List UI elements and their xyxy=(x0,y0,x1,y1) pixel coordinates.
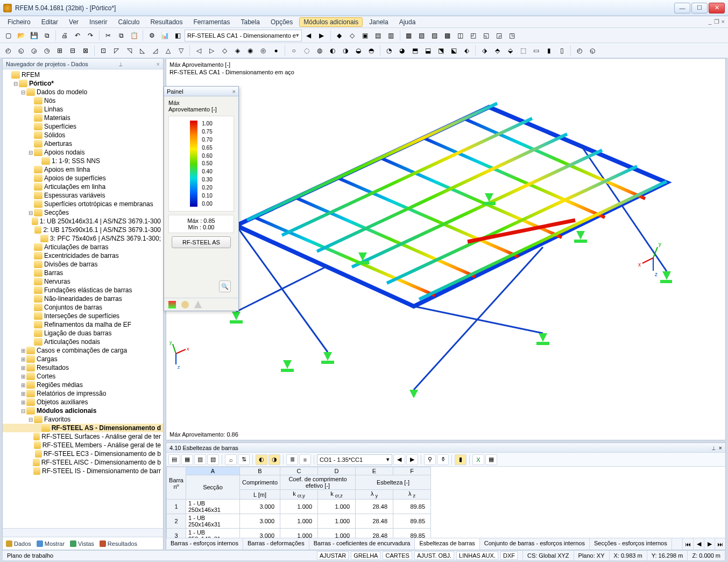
menu-ver[interactable]: Ver xyxy=(65,17,83,27)
tool2-40[interactable]: ▮ xyxy=(543,45,555,57)
menu-editar[interactable]: Editar xyxy=(37,17,62,27)
magnify-icon[interactable]: 🔍 xyxy=(219,280,231,292)
tool2-35[interactable]: ⬗ xyxy=(478,45,490,57)
tree-item[interactable]: Excentricidades de barras xyxy=(3,251,163,260)
module-button[interactable]: RF-STEEL AS xyxy=(172,236,231,248)
undo-icon[interactable]: ↶ xyxy=(72,30,83,41)
module-combo[interactable]: RF-STEEL AS CA1 - Dimensionamento e ▾ xyxy=(185,30,302,41)
tree-item[interactable]: Articulações em linha xyxy=(3,182,163,191)
tb-b-icon[interactable]: ◇ xyxy=(347,30,358,41)
status-toggle-ajust. obj.[interactable]: AJUST. OBJ. xyxy=(414,551,454,560)
paste-icon[interactable]: 📋 xyxy=(128,30,140,41)
navigator-hscroll[interactable] xyxy=(3,528,163,537)
saveall-icon[interactable]: ⧉ xyxy=(41,30,53,41)
tool2-36[interactable]: ⬘ xyxy=(491,45,503,57)
tbl-btn-6[interactable]: ⇅ xyxy=(238,454,250,465)
calc-icon[interactable]: ⚙ xyxy=(146,30,158,41)
tree-item[interactable]: ⊞Relatórios de impressão xyxy=(3,389,163,398)
tool2-22[interactable]: ◌ xyxy=(301,45,313,57)
nav-tab-dados[interactable]: Dados xyxy=(6,540,31,547)
menu-inserir[interactable]: Inserir xyxy=(85,17,111,27)
tabs-next-icon[interactable]: ▶ xyxy=(704,538,715,550)
tool2-11[interactable]: ◿ xyxy=(149,45,161,57)
tree-item[interactable]: ⊞Regiões médias xyxy=(3,381,163,389)
tb-k-icon[interactable]: ◰ xyxy=(468,30,479,41)
table-tab[interactable]: Esbeltezas de barras xyxy=(415,538,479,550)
tb-l-icon[interactable]: ◱ xyxy=(480,30,492,41)
redo-icon[interactable]: ↷ xyxy=(84,30,96,41)
tree-item[interactable]: RF-STEEL AS - Dimensionamento d xyxy=(3,424,163,432)
tree-item[interactable]: Espessuras variáveis xyxy=(3,191,163,200)
tree-item[interactable]: Superfícies xyxy=(3,122,163,131)
tool2-10[interactable]: ◺ xyxy=(136,45,148,57)
menu-opções[interactable]: Opções xyxy=(266,17,297,27)
tree-item[interactable]: RF-STEEL EC3 - Dimensionamento de b xyxy=(3,449,163,458)
pin-icon[interactable]: ⟂ xyxy=(712,445,716,451)
tbl-btn-9[interactable]: ≣ xyxy=(286,454,298,465)
tool2-38[interactable]: ⬚ xyxy=(517,45,529,57)
tool2-24[interactable]: ◐ xyxy=(327,45,338,57)
tool2-34[interactable]: ⬖ xyxy=(461,45,472,57)
table-tab[interactable]: Barras - coeficientes de encurvadura xyxy=(309,538,415,550)
legend-panel[interactable]: Painel× Máx Aproveitamento [-] 1.000.750… xyxy=(164,86,239,311)
tool2-0[interactable]: ◴ xyxy=(2,45,14,57)
menu-cálculo[interactable]: Cálculo xyxy=(114,17,144,27)
tree-item[interactable]: ⊟Dados do modelo xyxy=(3,88,163,96)
mdi-minimize-icon[interactable]: _ xyxy=(708,18,711,25)
tool2-19[interactable]: ◎ xyxy=(257,45,269,57)
tree-item[interactable]: RF-STEEL Members - Análise geral de te xyxy=(3,441,163,449)
tree-item[interactable]: Apoios de superfícies xyxy=(3,174,163,182)
tbl-nav-prev[interactable]: ◀ xyxy=(393,454,405,465)
status-toggle-grelha[interactable]: GRELHA xyxy=(351,551,380,560)
tool2-5[interactable]: ⊟ xyxy=(67,45,79,57)
tool2-26[interactable]: ◒ xyxy=(352,45,364,57)
table-tab[interactable]: Secções - esforços internos xyxy=(590,538,672,550)
panel-tab-1-icon[interactable] xyxy=(168,301,176,308)
tool2-7[interactable]: ⊡ xyxy=(97,45,109,57)
tree-item[interactable]: Nervuras xyxy=(3,277,163,286)
tb-f-icon[interactable]: ▦ xyxy=(403,30,415,41)
tool2-3[interactable]: ◷ xyxy=(41,45,53,57)
tool2-30[interactable]: ⬒ xyxy=(409,45,421,57)
nav-tab-resultados[interactable]: Resultados xyxy=(100,540,137,547)
tree-item[interactable]: Refinamentos da malha de EF xyxy=(3,320,163,329)
tool2-42[interactable]: ◴ xyxy=(574,45,585,57)
status-toggle-cartes[interactable]: CARTES xyxy=(383,551,412,560)
tree-item[interactable]: Materiais xyxy=(3,114,163,122)
save-icon[interactable]: 💾 xyxy=(28,30,40,41)
open-icon[interactable]: 📂 xyxy=(15,30,27,41)
tool2-8[interactable]: ◸ xyxy=(110,45,122,57)
tabs-last-icon[interactable]: ⏭ xyxy=(715,538,725,550)
tbl-filter2-icon[interactable]: ⚱ xyxy=(437,454,449,465)
tb-i-icon[interactable]: ▩ xyxy=(442,30,454,41)
new-icon[interactable]: ▢ xyxy=(2,30,14,41)
tb-m-icon[interactable]: ◲ xyxy=(493,30,505,41)
tree-item[interactable]: RF-STEEL Surfaces - Análise geral de ter xyxy=(3,432,163,441)
menu-resultados[interactable]: Resultados xyxy=(146,17,187,27)
tb-g-icon[interactable]: ▧ xyxy=(416,30,428,41)
tree-item[interactable]: Linhas xyxy=(3,105,163,114)
navigator-tree[interactable]: RFEM⊟Pórtico*⊟Dados do modeloNósLinhasMa… xyxy=(3,69,163,528)
tree-item[interactable]: Articulações nodais xyxy=(3,338,163,346)
tree-item[interactable]: Fundações elásticas de barras xyxy=(3,286,163,294)
tbl-export-icon[interactable]: ▦ xyxy=(485,454,497,465)
tbl-btn-2[interactable]: ▦ xyxy=(181,454,193,465)
menu-ficheiro[interactable]: Ficheiro xyxy=(3,17,35,27)
tree-item[interactable]: ⊟Favoritos xyxy=(3,415,163,424)
tree-item[interactable]: Sólidos xyxy=(3,131,163,139)
tree-item[interactable]: ⊞Objetos auxiliares xyxy=(3,398,163,406)
tree-item[interactable]: ⊟Módulos adicionais xyxy=(3,406,163,415)
table-combo[interactable]: CO1 - 1.35*CC1 ▾ xyxy=(317,454,392,465)
tbl-btn-7[interactable]: ◐ xyxy=(256,454,267,465)
tool2-12[interactable]: △ xyxy=(162,45,174,57)
window-close-icon[interactable]: ✕ xyxy=(709,3,725,13)
panel-tab-3-icon[interactable] xyxy=(194,301,202,308)
tree-item[interactable]: Ligação de duas barras xyxy=(3,329,163,338)
tbl-btn-10[interactable]: ≡ xyxy=(299,454,311,465)
tool2-23[interactable]: ◍ xyxy=(314,45,326,57)
menu-ajuda[interactable]: Ajuda xyxy=(395,17,420,27)
tool2-39[interactable]: ▭ xyxy=(530,45,542,57)
tree-item[interactable]: RF-STEEL IS - Dimensionamento de barr xyxy=(3,467,163,475)
tbl-btn-8[interactable]: ◑ xyxy=(268,454,280,465)
tool2-6[interactable]: ⊠ xyxy=(80,45,91,57)
